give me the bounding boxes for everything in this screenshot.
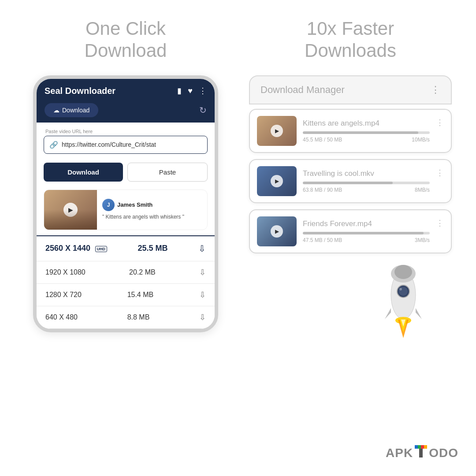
svg-rect-17 [419, 449, 423, 457]
left-panel: One Click Download Seal Downloader ▮ ♥ ⋮ [18, 18, 234, 458]
res-0: 2560 X 1440 UHD [45, 244, 107, 253]
rocket-area [249, 260, 452, 339]
dm-play-1[interactable]: ▶ [271, 175, 283, 187]
rocket-icon [368, 260, 439, 339]
download-manager: Download Manager ⋮ ▶ Kittens are angels.… [249, 75, 452, 339]
dm-more-2[interactable]: ⋮ [436, 216, 444, 228]
download-icon-2[interactable]: ⇩ [199, 290, 206, 300]
dm-header-more-icon[interactable]: ⋮ [431, 84, 440, 96]
size-2: 15.4 MB [127, 291, 154, 299]
action-buttons: Download Paste [37, 158, 215, 186]
left-title: One Click Download [85, 18, 167, 62]
logo-apk-text: APK [386, 446, 413, 460]
quality-list: 2560 X 1440 UHD 25.5 MB ⇩ 1920 X 1080 20… [37, 235, 215, 329]
download-icon-0[interactable]: ⇩ [198, 243, 206, 254]
dm-stats-0: 45.5 MB / 50 MB 10MB/s [303, 137, 430, 143]
svg-rect-16 [424, 445, 427, 449]
quality-row-2[interactable]: 1280 X 720 15.4 MB ⇩ [37, 284, 215, 306]
svg-point-5 [399, 288, 402, 290]
svg-marker-6 [385, 308, 391, 319]
dm-item-1: ▶ Travelling is cool.mkv 63.8 MB / 90 MB… [249, 159, 452, 203]
url-value: https://twitter.com/Culture_Crit/stat [62, 141, 202, 148]
dm-progress-bg-2 [303, 232, 430, 234]
dm-filename-0: Kittens are angels.mp4 [303, 119, 430, 128]
app-title: Seal Downloader [45, 86, 115, 96]
dm-stats-1: 63.8 MB / 90 MB 8MB/s [303, 187, 430, 193]
quality-row-3[interactable]: 640 X 480 8.8 MB ⇩ [37, 306, 215, 329]
dm-filename-1: Travelling is cool.mkv [303, 169, 430, 178]
gallery-icon[interactable]: ▮ [177, 86, 182, 96]
uhd-badge: UHD [95, 246, 108, 252]
phone-mockup: Seal Downloader ▮ ♥ ⋮ ☁ Download ↻ [33, 75, 218, 332]
svg-marker-7 [416, 308, 422, 319]
main-container: One Click Download Seal Downloader ▮ ♥ ⋮ [0, 0, 476, 476]
dm-item-2: ▶ Friends Forever.mp4 47.5 MB / 50 MB 3M… [249, 209, 452, 253]
quality-row-0[interactable]: 2560 X 1440 UHD 25.5 MB ⇩ [37, 236, 215, 261]
paste-button[interactable]: Paste [127, 163, 208, 182]
svg-point-2 [394, 265, 412, 279]
dm-progress-bg-0 [303, 131, 430, 134]
download-icon-1[interactable]: ⇩ [199, 268, 206, 277]
size-0: 25.5 MB [138, 244, 168, 253]
phone-screen: Seal Downloader ▮ ♥ ⋮ ☁ Download ↻ [37, 79, 215, 329]
url-area: Paste video URL here 🔗 https://twitter.c… [37, 123, 215, 158]
dm-item-0: ▶ Kittens are angels.mp4 45.5 MB / 50 MB… [249, 109, 452, 153]
logo-t-icon [413, 443, 429, 463]
dm-progress-fill-0 [303, 131, 418, 134]
video-preview: ▶ J James Smith " Kittens are angels wit… [44, 190, 208, 230]
header-icons: ▮ ♥ ⋮ [177, 86, 207, 96]
size-3: 8.8 MB [127, 313, 150, 321]
dm-info-1: Travelling is cool.mkv 63.8 MB / 90 MB 8… [303, 169, 430, 193]
url-label: Paste video URL here [44, 129, 208, 134]
download-tab[interactable]: ☁ Download [45, 103, 98, 117]
res-3: 640 X 480 [45, 313, 78, 321]
dm-info-0: Kittens are angels.mp4 45.5 MB / 50 MB 1… [303, 119, 430, 143]
dm-header-card: Download Manager ⋮ [249, 75, 452, 104]
dm-play-0[interactable]: ▶ [271, 125, 283, 137]
more-icon[interactable]: ⋮ [199, 86, 207, 96]
tab-bar: ☁ Download ↻ [37, 103, 215, 123]
svg-rect-15 [421, 445, 424, 449]
right-panel: 10x Faster Downloads Download Manager ⋮ … [242, 18, 458, 458]
heart-icon[interactable]: ♥ [188, 86, 193, 96]
cat-silhouette [44, 210, 97, 230]
logo-odo-text: ODO [429, 446, 458, 460]
dm-filename-2: Friends Forever.mp4 [303, 219, 430, 228]
dm-title: Download Manager [260, 84, 345, 96]
author-row: J James Smith [102, 199, 184, 211]
app-header: Seal Downloader ▮ ♥ ⋮ [37, 79, 215, 103]
download-button[interactable]: Download [44, 163, 123, 182]
dm-thumb-2: ▶ [257, 216, 297, 246]
dm-more-1[interactable]: ⋮ [436, 166, 444, 178]
dm-progress-bg-1 [303, 182, 430, 184]
dm-item-2-wrapper: ▶ Friends Forever.mp4 47.5 MB / 50 MB 3M… [249, 209, 452, 339]
link-icon: 🔗 [49, 141, 58, 149]
quality-row-1[interactable]: 1920 X 1080 20.2 MB ⇩ [37, 261, 215, 284]
right-title: 10x Faster Downloads [305, 18, 396, 62]
author-name: James Smith [117, 201, 152, 208]
dm-progress-fill-2 [303, 232, 424, 234]
dm-info-2: Friends Forever.mp4 47.5 MB / 50 MB 3MB/… [303, 219, 430, 243]
res-2: 1280 X 720 [45, 291, 82, 299]
dm-progress-fill-1 [303, 182, 393, 184]
res-1: 1920 X 1080 [45, 268, 86, 276]
video-caption: " Kittens are angels with whiskers " [102, 214, 184, 221]
apktodo-logo: APK ODO [386, 443, 458, 463]
dm-stats-2: 47.5 MB / 50 MB 3MB/s [303, 237, 430, 243]
logo-t-svg [413, 443, 429, 459]
dm-thumb-1: ▶ [257, 166, 297, 196]
dm-more-0[interactable]: ⋮ [436, 116, 444, 127]
cloud-icon: ☁ [53, 107, 60, 114]
svg-rect-13 [415, 445, 418, 449]
author-avatar: J [102, 199, 115, 211]
svg-rect-14 [418, 445, 421, 449]
dm-items-wrapper: ▶ Kittens are angels.mp4 45.5 MB / 50 MB… [249, 104, 452, 339]
dm-play-2[interactable]: ▶ [271, 225, 283, 238]
download-icon-3[interactable]: ⇩ [199, 312, 206, 322]
video-info: J James Smith " Kittens are angels with … [97, 190, 190, 230]
video-thumbnail: ▶ [44, 190, 97, 230]
dm-thumb-0: ▶ [257, 116, 297, 146]
url-input-row[interactable]: 🔗 https://twitter.com/Culture_Crit/stat [44, 136, 208, 154]
refresh-btn[interactable]: ↻ [199, 103, 207, 117]
size-1: 20.2 MB [129, 268, 156, 276]
